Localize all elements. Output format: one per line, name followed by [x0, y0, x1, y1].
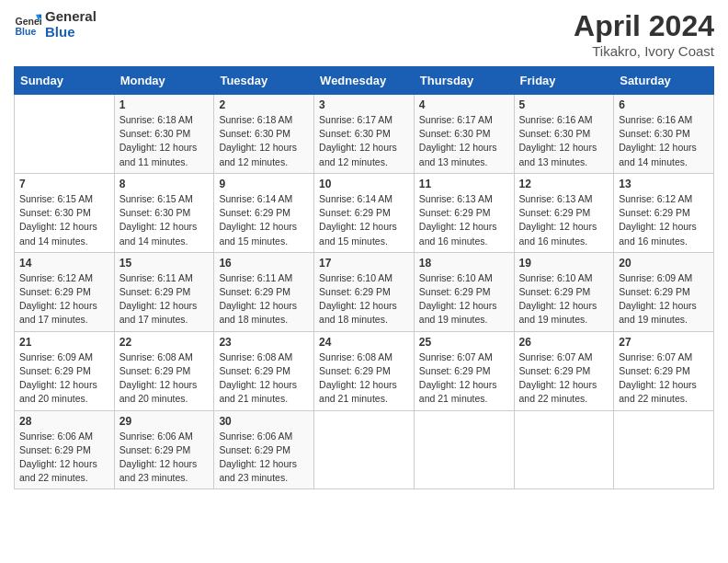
- day-number: 29: [119, 415, 210, 428]
- subtitle: Tikakro, Ivory Coast: [574, 43, 714, 59]
- day-info: Sunrise: 6:08 AM Sunset: 6:29 PM Dayligh…: [219, 350, 309, 407]
- calendar-table: Sunday Monday Tuesday Wednesday Thursday…: [14, 66, 714, 489]
- day-number: 18: [419, 257, 509, 270]
- day-number: 2: [219, 98, 309, 111]
- cell-w5-d2: 29Sunrise: 6:06 AM Sunset: 6:29 PM Dayli…: [114, 410, 214, 489]
- day-number: 6: [619, 98, 709, 111]
- title-block: April 2024 Tikakro, Ivory Coast: [574, 9, 714, 59]
- calendar-body: 1Sunrise: 6:18 AM Sunset: 6:30 PM Daylig…: [15, 95, 714, 489]
- col-friday: Friday: [514, 67, 614, 95]
- cell-w3-d6: 19Sunrise: 6:10 AM Sunset: 6:29 PM Dayli…: [514, 252, 614, 331]
- cell-w3-d1: 14Sunrise: 6:12 AM Sunset: 6:29 PM Dayli…: [15, 252, 115, 331]
- day-info: Sunrise: 6:10 AM Sunset: 6:29 PM Dayligh…: [519, 271, 609, 327]
- header-row: Sunday Monday Tuesday Wednesday Thursday…: [15, 67, 714, 95]
- cell-w5-d5: [414, 410, 514, 489]
- day-info: Sunrise: 6:10 AM Sunset: 6:29 PM Dayligh…: [419, 271, 509, 327]
- col-monday: Monday: [114, 67, 214, 95]
- cell-w4-d5: 25Sunrise: 6:07 AM Sunset: 6:29 PM Dayli…: [414, 331, 514, 410]
- day-info: Sunrise: 6:10 AM Sunset: 6:29 PM Dayligh…: [319, 271, 409, 327]
- cell-w3-d2: 15Sunrise: 6:11 AM Sunset: 6:29 PM Dayli…: [114, 252, 214, 331]
- cell-w2-d3: 9Sunrise: 6:14 AM Sunset: 6:29 PM Daylig…: [214, 173, 314, 252]
- cell-w3-d5: 18Sunrise: 6:10 AM Sunset: 6:29 PM Dayli…: [414, 252, 514, 331]
- cell-w5-d7: [614, 410, 714, 489]
- day-info: Sunrise: 6:18 AM Sunset: 6:30 PM Dayligh…: [119, 113, 210, 169]
- day-info: Sunrise: 6:07 AM Sunset: 6:29 PM Dayligh…: [419, 350, 509, 407]
- day-number: 17: [319, 257, 409, 270]
- col-wednesday: Wednesday: [314, 67, 415, 95]
- svg-text:Blue: Blue: [16, 25, 37, 36]
- day-info: Sunrise: 6:07 AM Sunset: 6:29 PM Dayligh…: [519, 350, 609, 407]
- day-number: 9: [219, 178, 309, 190]
- day-info: Sunrise: 6:08 AM Sunset: 6:29 PM Dayligh…: [119, 350, 210, 407]
- day-info: Sunrise: 6:14 AM Sunset: 6:29 PM Dayligh…: [319, 192, 409, 248]
- day-info: Sunrise: 6:16 AM Sunset: 6:30 PM Dayligh…: [619, 113, 709, 169]
- day-number: 5: [519, 98, 609, 111]
- day-number: 15: [119, 257, 210, 270]
- day-info: Sunrise: 6:06 AM Sunset: 6:29 PM Dayligh…: [119, 430, 210, 486]
- day-info: Sunrise: 6:17 AM Sunset: 6:30 PM Dayligh…: [419, 113, 509, 169]
- day-info: Sunrise: 6:15 AM Sunset: 6:30 PM Dayligh…: [19, 192, 109, 248]
- day-info: Sunrise: 6:14 AM Sunset: 6:29 PM Dayligh…: [219, 192, 309, 248]
- week-row-4: 21Sunrise: 6:09 AM Sunset: 6:29 PM Dayli…: [15, 331, 714, 410]
- cell-w1-d5: 4Sunrise: 6:17 AM Sunset: 6:30 PM Daylig…: [414, 95, 514, 174]
- cell-w2-d2: 8Sunrise: 6:15 AM Sunset: 6:30 PM Daylig…: [114, 173, 214, 252]
- cell-w1-d7: 6Sunrise: 6:16 AM Sunset: 6:30 PM Daylig…: [614, 95, 714, 174]
- day-info: Sunrise: 6:16 AM Sunset: 6:30 PM Dayligh…: [519, 113, 609, 169]
- day-info: Sunrise: 6:12 AM Sunset: 6:29 PM Dayligh…: [619, 192, 709, 248]
- day-number: 20: [619, 257, 709, 270]
- day-number: 25: [419, 336, 509, 349]
- day-number: 30: [219, 415, 309, 428]
- day-info: Sunrise: 6:17 AM Sunset: 6:30 PM Dayligh…: [319, 113, 409, 169]
- logo-line2: Blue: [45, 25, 97, 40]
- day-info: Sunrise: 6:11 AM Sunset: 6:29 PM Dayligh…: [119, 271, 210, 327]
- cell-w2-d5: 11Sunrise: 6:13 AM Sunset: 6:29 PM Dayli…: [414, 173, 514, 252]
- day-info: Sunrise: 6:18 AM Sunset: 6:30 PM Dayligh…: [219, 113, 309, 169]
- day-info: Sunrise: 6:08 AM Sunset: 6:29 PM Dayligh…: [319, 350, 409, 407]
- day-number: 26: [519, 336, 609, 349]
- day-number: 3: [319, 98, 409, 111]
- cell-w2-d4: 10Sunrise: 6:14 AM Sunset: 6:29 PM Dayli…: [314, 173, 415, 252]
- cell-w5-d6: [514, 410, 614, 489]
- cell-w1-d3: 2Sunrise: 6:18 AM Sunset: 6:30 PM Daylig…: [214, 95, 314, 174]
- cell-w2-d6: 12Sunrise: 6:13 AM Sunset: 6:29 PM Dayli…: [514, 173, 614, 252]
- day-number: 14: [19, 257, 109, 270]
- day-info: Sunrise: 6:07 AM Sunset: 6:29 PM Dayligh…: [619, 350, 709, 407]
- logo-line1: General: [45, 9, 97, 25]
- page: General Blue General Blue April 2024 Tik…: [0, 0, 728, 563]
- day-number: 19: [519, 257, 609, 270]
- day-number: 13: [619, 178, 709, 190]
- col-tuesday: Tuesday: [214, 67, 314, 95]
- cell-w3-d3: 16Sunrise: 6:11 AM Sunset: 6:29 PM Dayli…: [214, 252, 314, 331]
- day-number: 7: [19, 178, 109, 190]
- cell-w4-d2: 22Sunrise: 6:08 AM Sunset: 6:29 PM Dayli…: [114, 331, 214, 410]
- day-number: 4: [419, 98, 509, 111]
- cell-w2-d7: 13Sunrise: 6:12 AM Sunset: 6:29 PM Dayli…: [614, 173, 714, 252]
- week-row-5: 28Sunrise: 6:06 AM Sunset: 6:29 PM Dayli…: [15, 410, 714, 489]
- week-row-2: 7Sunrise: 6:15 AM Sunset: 6:30 PM Daylig…: [15, 173, 714, 252]
- day-info: Sunrise: 6:13 AM Sunset: 6:29 PM Dayligh…: [419, 192, 509, 248]
- day-info: Sunrise: 6:09 AM Sunset: 6:29 PM Dayligh…: [19, 350, 109, 407]
- col-thursday: Thursday: [414, 67, 514, 95]
- cell-w4-d3: 23Sunrise: 6:08 AM Sunset: 6:29 PM Dayli…: [214, 331, 314, 410]
- cell-w4-d1: 21Sunrise: 6:09 AM Sunset: 6:29 PM Dayli…: [15, 331, 115, 410]
- cell-w1-d1: [15, 95, 115, 174]
- cell-w5-d1: 28Sunrise: 6:06 AM Sunset: 6:29 PM Dayli…: [15, 410, 115, 489]
- day-info: Sunrise: 6:09 AM Sunset: 6:29 PM Dayligh…: [619, 271, 709, 327]
- day-number: 27: [619, 336, 709, 349]
- col-sunday: Sunday: [15, 67, 115, 95]
- cell-w1-d6: 5Sunrise: 6:16 AM Sunset: 6:30 PM Daylig…: [514, 95, 614, 174]
- cell-w5-d3: 30Sunrise: 6:06 AM Sunset: 6:29 PM Dayli…: [214, 410, 314, 489]
- cell-w3-d7: 20Sunrise: 6:09 AM Sunset: 6:29 PM Dayli…: [614, 252, 714, 331]
- day-number: 22: [119, 336, 210, 349]
- logo-icon: General Blue: [14, 11, 41, 39]
- logo: General Blue General Blue: [14, 9, 97, 40]
- day-number: 23: [219, 336, 309, 349]
- day-info: Sunrise: 6:06 AM Sunset: 6:29 PM Dayligh…: [19, 430, 109, 486]
- day-number: 21: [19, 336, 109, 349]
- day-number: 1: [119, 98, 210, 111]
- day-number: 12: [519, 178, 609, 190]
- header: General Blue General Blue April 2024 Tik…: [14, 9, 714, 59]
- day-number: 11: [419, 178, 509, 190]
- main-title: April 2024: [574, 9, 714, 43]
- day-info: Sunrise: 6:06 AM Sunset: 6:29 PM Dayligh…: [219, 430, 309, 486]
